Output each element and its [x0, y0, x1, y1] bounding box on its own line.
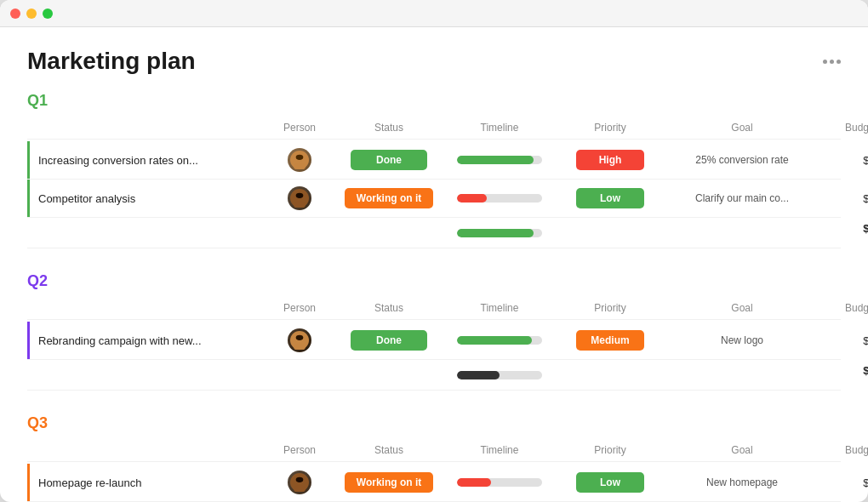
timeline-fill: [457, 194, 487, 203]
timeline-fill: [457, 478, 491, 487]
svg-point-2: [296, 155, 304, 160]
col-header-timeline: Timeline: [444, 122, 555, 134]
sum-timeline-fill: [457, 371, 500, 379]
task-left-border: [27, 464, 30, 501]
budget-cell: $3,000: [819, 334, 868, 347]
status-badge: Done: [351, 150, 427, 170]
col-header-priority: Priority: [555, 302, 665, 314]
minimize-dot[interactable]: [26, 9, 37, 19]
col-header-0: [27, 302, 266, 314]
sum-timeline-bar: [457, 371, 542, 379]
avatar: [288, 471, 311, 494]
priority-cell[interactable]: High: [555, 150, 665, 170]
task-name-cell: Rebranding campaign with new...: [27, 322, 266, 359]
section-q2: Q2PersonStatusTimelinePriorityGoalBudget…: [27, 272, 841, 391]
col-header-person: Person: [266, 444, 334, 456]
col-header-person: Person: [266, 122, 334, 134]
q1-header: Q1: [27, 92, 841, 110]
col-header-timeline: Timeline: [444, 302, 555, 314]
budget-cell: $1,200: [819, 192, 868, 205]
content-area: Marketing plan Q1PersonStatusTimelinePri…: [0, 27, 868, 502]
col-header-priority: Priority: [555, 444, 665, 456]
status-cell[interactable]: Working on it: [334, 188, 444, 208]
close-dot[interactable]: [10, 9, 20, 19]
table-row: Rebranding campaign with new... DoneMedi…: [27, 322, 841, 360]
task-name: Rebranding campaign with new...: [38, 334, 202, 347]
q1-col-headers: PersonStatusTimelinePriorityGoalBudget: [27, 118, 841, 140]
sum-timeline-bar: [457, 229, 542, 237]
task-name-cell: Competitor analysis: [27, 180, 266, 217]
q2-label: Q2: [27, 272, 48, 290]
maximize-dot[interactable]: [43, 9, 53, 19]
priority-badge: Medium: [576, 330, 644, 351]
col-header-person: Person: [266, 302, 334, 314]
col-header-budget: Budget: [819, 302, 868, 314]
sum-amount: $3,000: [819, 364, 868, 377]
svg-point-10: [296, 335, 304, 340]
q2-col-headers: PersonStatusTimelinePriorityGoalBudget: [27, 299, 841, 320]
priority-cell[interactable]: Low: [555, 472, 665, 493]
person-cell: [266, 328, 334, 352]
page-title: Marketing plan: [27, 48, 196, 75]
table-row: Increasing conversion rates on... DoneHi…: [27, 141, 841, 180]
task-left-border: [27, 141, 30, 179]
timeline-cell: [444, 336, 555, 345]
budget-cell: $5,000: [819, 154, 868, 167]
col-header-goal: Goal: [665, 122, 819, 134]
priority-cell[interactable]: Low: [555, 188, 665, 208]
status-cell[interactable]: Done: [334, 150, 444, 170]
col-header-0: [27, 444, 266, 456]
status-cell[interactable]: Done: [334, 330, 444, 351]
sum-row: $3,000sum: [27, 360, 841, 391]
status-cell[interactable]: Working on it: [334, 472, 444, 493]
task-left-border: [27, 322, 30, 359]
task-left-border: [27, 180, 30, 217]
task-name: Homepage re-launch: [38, 476, 141, 489]
timeline-cell: [444, 156, 555, 164]
goal-cell: Clarify our main co...: [665, 192, 819, 204]
q3-col-headers: PersonStatusTimelinePriorityGoalBudget: [27, 441, 841, 462]
section-q1: Q1PersonStatusTimelinePriorityGoalBudget…: [27, 92, 841, 248]
q1-label: Q1: [27, 92, 48, 110]
q2-header: Q2: [27, 272, 841, 290]
col-header-goal: Goal: [665, 302, 819, 314]
table-row: Competitor analysis Working on itLowClar…: [27, 180, 841, 218]
person-cell: [266, 186, 334, 210]
timeline-fill: [457, 156, 534, 164]
col-header-budget: Budget: [819, 122, 868, 134]
sum-budget-cell: $3,000sum: [819, 364, 868, 386]
priority-cell[interactable]: Medium: [555, 330, 665, 351]
q3-label: Q3: [27, 414, 48, 432]
q3-header: Q3: [27, 414, 841, 432]
status-badge: Working on it: [345, 188, 433, 208]
col-header-status: Status: [334, 302, 444, 314]
person-cell: [266, 471, 334, 494]
section-q3: Q3PersonStatusTimelinePriorityGoalBudget…: [27, 414, 841, 502]
sum-budget-cell: $6,200sum: [819, 222, 868, 244]
timeline-cell: [444, 194, 555, 203]
task-name: Competitor analysis: [38, 192, 135, 205]
col-header-priority: Priority: [555, 122, 665, 134]
col-header-goal: Goal: [665, 444, 819, 456]
timeline-bar: [457, 194, 542, 203]
budget-cell: $4,550: [819, 476, 868, 489]
svg-point-14: [296, 477, 304, 482]
goal-cell: 25% conversion rate: [665, 154, 819, 166]
col-header-status: Status: [334, 444, 444, 456]
person-cell: [266, 148, 334, 172]
task-name: Increasing conversion rates on...: [38, 154, 198, 167]
priority-badge: Low: [576, 188, 644, 208]
sum-timeline-cell: [444, 229, 555, 237]
col-header-timeline: Timeline: [444, 444, 555, 456]
sum-row: $6,200sum: [27, 218, 841, 248]
sum-label: sum: [819, 377, 868, 386]
sum-label: sum: [819, 235, 868, 244]
avatar: [288, 186, 311, 210]
timeline-cell: [444, 478, 555, 487]
priority-badge: Low: [576, 472, 644, 493]
sum-amount: $6,200: [819, 222, 868, 235]
priority-badge: High: [576, 150, 644, 170]
page-header: Marketing plan: [27, 48, 841, 75]
sum-timeline-fill: [457, 229, 534, 237]
more-button[interactable]: [823, 60, 841, 64]
